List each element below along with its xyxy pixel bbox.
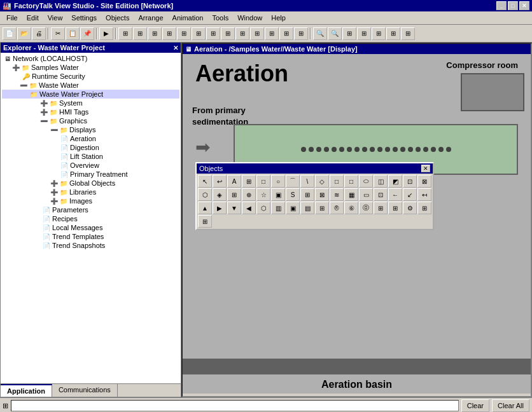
tb-b11[interactable]: ⊞ <box>265 27 279 40</box>
tb-b4[interactable]: ⊞ <box>162 27 176 40</box>
obj-btn-rect2[interactable]: □ <box>330 175 344 188</box>
obj-btn-left2[interactable]: ↤ <box>417 188 431 201</box>
tree-network[interactable]: 🖥 Network (LOCALHOST) <box>2 54 179 63</box>
tree-waste-water-project[interactable]: 📁 Waste Water Project <box>2 90 179 99</box>
tree-system[interactable]: ➕ 📁 System <box>2 99 179 107</box>
tb-b18[interactable]: ⊞ <box>401 27 415 40</box>
obj-btn-6[interactable]: ⑥ <box>344 202 358 214</box>
obj-btn-b24[interactable]: ⊞ <box>300 188 314 201</box>
obj-btn-b38[interactable]: ▥ <box>271 202 285 214</box>
tb-zoom-in[interactable]: 🔍 <box>313 27 327 40</box>
obj-btn-grid[interactable]: ⊞ <box>242 175 256 188</box>
tb-b13[interactable]: ⊞ <box>294 27 308 40</box>
tree-primary-treatment[interactable]: 📄 Primary Treatment <box>2 170 179 179</box>
obj-btn-gear[interactable]: ⚙ <box>403 202 417 214</box>
obj-btn-rect[interactable]: □ <box>256 175 270 188</box>
explorer-close-button[interactable]: ✕ <box>173 45 178 52</box>
obj-btn-b15[interactable]: ⊡ <box>403 175 417 188</box>
obj-btn-b49[interactable]: ⊞ <box>417 202 431 214</box>
tree-digestion[interactable]: 📄 Digestion <box>2 143 179 152</box>
obj-btn-b28[interactable]: ▭ <box>359 188 373 201</box>
menu-edit[interactable]: Edit <box>23 13 43 23</box>
tree-hmi-tags[interactable]: ➕ 📁 HMI Tags <box>2 107 179 116</box>
obj-btn-roundrect[interactable]: □ <box>344 175 358 188</box>
menu-tools[interactable]: Tools <box>208 13 232 23</box>
tree-trend-snapshots[interactable]: 📄 Trend Snapshots <box>2 241 179 250</box>
tb-b16[interactable]: ⊞ <box>372 27 386 40</box>
tb-zoom-out[interactable]: 🔍 <box>328 27 342 40</box>
tb-copy[interactable]: 📋 <box>66 27 80 40</box>
tb-b8[interactable]: ⊞ <box>221 27 235 40</box>
tree-graphics[interactable]: ➖ 📁 Graphics <box>2 116 179 125</box>
obj-btn-down[interactable]: ▼ <box>227 202 241 214</box>
tree-displays[interactable]: ➖ 📁 Displays <box>2 125 179 134</box>
obj-btn-s[interactable]: S <box>286 188 300 201</box>
menu-window[interactable]: Window <box>234 13 266 23</box>
clear-button[interactable]: Clear <box>461 399 489 412</box>
tb-b2[interactable]: ⊞ <box>133 27 147 40</box>
menu-animation[interactable]: Animation <box>169 13 207 23</box>
obj-btn-arc[interactable]: ⌒ <box>286 175 300 188</box>
obj-btn-b41[interactable]: ⊞ <box>315 202 329 214</box>
menu-objects[interactable]: Objects <box>102 13 133 23</box>
obj-btn-select[interactable]: ↖ <box>198 175 212 188</box>
tree-parameters[interactable]: 📄 Parameters <box>2 205 179 214</box>
obj-btn-text[interactable]: A <box>227 175 241 188</box>
obj-btn-b17[interactable]: ⬡ <box>198 188 212 201</box>
obj-btn-b16[interactable]: ⊠ <box>417 175 431 188</box>
tree-runtime-security[interactable]: 🔑 Runtime Security <box>2 72 179 81</box>
obj-btn-b21[interactable]: ☆ <box>256 188 270 201</box>
tb-b17[interactable]: ⊞ <box>386 27 400 40</box>
tree-overview[interactable]: 📄 Overview <box>2 161 179 170</box>
obj-btn-b26[interactable]: ≋ <box>330 188 344 201</box>
obj-btn-b18[interactable]: ◈ <box>213 188 227 201</box>
obj-btn-r[interactable]: ® <box>330 202 344 214</box>
tb-b5[interactable]: ⊞ <box>177 27 191 40</box>
obj-btn-b29[interactable]: ⊡ <box>374 188 388 201</box>
obj-btn-right[interactable]: ▶ <box>213 202 227 214</box>
obj-btn-left[interactable]: ← <box>388 188 402 201</box>
obj-btn-b14[interactable]: ◩ <box>388 175 402 188</box>
obj-btn-line[interactable]: \ <box>300 175 314 188</box>
obj-btn-ellipse2[interactable]: ⬭ <box>359 175 373 188</box>
close-button[interactable]: ✕ <box>519 1 529 10</box>
explorer-tree[interactable]: 🖥 Network (LOCALHOST) ➕ 📁 Samples Water … <box>1 53 181 383</box>
obj-btn-b25[interactable]: ⊠ <box>315 188 329 201</box>
tree-local-messages[interactable]: 📄 Local Messages <box>2 223 179 232</box>
obj-btn-diamond[interactable]: ◇ <box>315 175 329 188</box>
tab-communications[interactable]: Communications <box>52 384 118 397</box>
clear-all-button[interactable]: Clear All <box>492 399 529 412</box>
tb-b6[interactable]: ⊞ <box>192 27 206 40</box>
tb-b15[interactable]: ⊞ <box>357 27 371 40</box>
obj-btn-b22[interactable]: ▣ <box>271 188 285 201</box>
minimize-button[interactable]: _ <box>496 1 507 10</box>
obj-btn-b13[interactable]: ◫ <box>374 175 388 188</box>
tree-waste-water[interactable]: ➖ 📁 Waste Water <box>2 81 179 90</box>
tb-cut[interactable]: ✂ <box>51 27 65 40</box>
tree-samples-water[interactable]: ➕ 📁 Samples Water <box>2 63 179 72</box>
tb-b3[interactable]: ⊞ <box>148 27 162 40</box>
tb-b9[interactable]: ⊞ <box>235 27 249 40</box>
obj-btn-diag[interactable]: ↙ <box>403 188 417 201</box>
tree-aeration[interactable]: 📄 Aeration <box>2 134 179 143</box>
obj-btn-ellipse[interactable]: ○ <box>271 175 285 188</box>
obj-btn-b37[interactable]: ⬡ <box>256 202 270 214</box>
obj-btn-b39[interactable]: ▣ <box>286 202 300 214</box>
obj-btn-left3[interactable]: ◀ <box>242 202 256 214</box>
tb-new[interactable]: 📄 <box>3 27 17 40</box>
menu-help[interactable]: Help <box>267 13 290 23</box>
menu-file[interactable]: File <box>3 13 22 23</box>
obj-btn-up[interactable]: ▲ <box>198 202 212 214</box>
tree-trend-templates[interactable]: 📄 Trend Templates <box>2 232 179 241</box>
tree-images[interactable]: ➕ 📁 Images <box>2 196 179 205</box>
tb-run[interactable]: ▶ <box>99 27 113 40</box>
tree-global-objects[interactable]: ➕ 📁 Global Objects <box>2 179 179 188</box>
tree-recipes[interactable]: 📄 Recipes <box>2 214 179 223</box>
tb-b12[interactable]: ⊞ <box>279 27 293 40</box>
obj-btn-b40[interactable]: ▤ <box>300 202 314 214</box>
obj-btn-b20[interactable]: ⊕ <box>242 188 256 201</box>
obj-btn-b46[interactable]: ⊞ <box>374 202 388 214</box>
obj-btn-b47[interactable]: ⊞ <box>388 202 402 214</box>
obj-btn-0[interactable]: ⓪ <box>359 202 373 214</box>
menu-arrange[interactable]: Arrange <box>134 13 167 23</box>
